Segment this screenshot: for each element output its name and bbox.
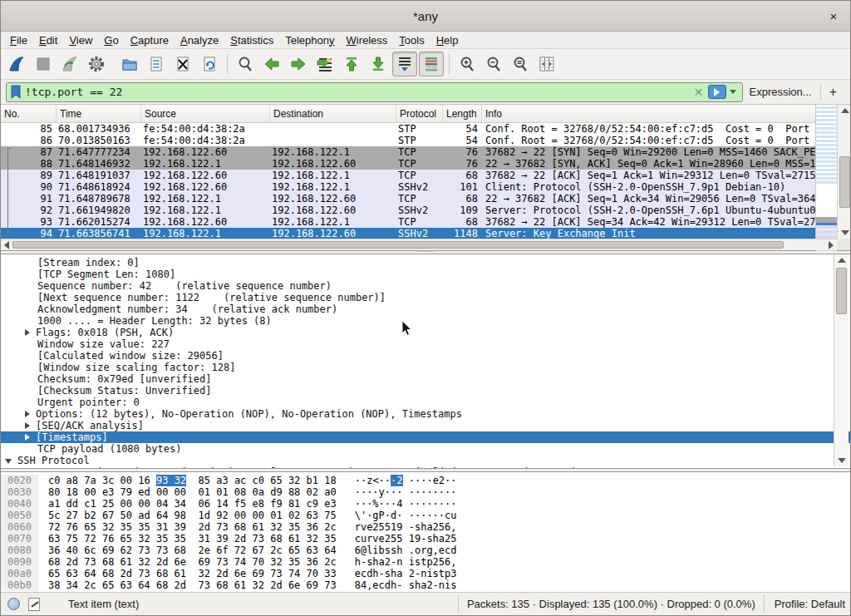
apply-filter-icon[interactable] [708, 85, 726, 99]
detail-stream-index[interactable]: [Stream index: 0] [1, 257, 851, 269]
col-destination[interactable]: Destination [269, 105, 396, 122]
display-filter-input[interactable]: !tcp.port == 22 ✕ [6, 82, 743, 102]
auto-scroll-toggle[interactable] [392, 52, 417, 76]
details-vscrollbar[interactable] [834, 254, 849, 466]
zoom-in-button[interactable] [455, 52, 480, 76]
menu-wireless[interactable]: Wireless [341, 33, 394, 47]
stop-capture-button[interactable] [31, 52, 56, 76]
add-filter-button[interactable]: + [821, 85, 845, 100]
detail-calc-window[interactable]: [Calculated window size: 29056] [1, 350, 851, 362]
expand-arrow-icon[interactable] [23, 433, 32, 441]
menu-file[interactable]: File [4, 33, 33, 47]
detail-checksum-status[interactable]: [Checksum Status: Unverified] [1, 385, 851, 397]
capture-options-button[interactable] [84, 52, 109, 76]
scroll-down-icon[interactable] [838, 227, 851, 239]
col-info[interactable]: Info [481, 105, 815, 122]
scroll-thumb[interactable] [836, 268, 847, 314]
filter-text[interactable]: !tcp.port == 22 [25, 86, 690, 98]
packet-row-91[interactable]: 9171.648789678192.168.122.1192.168.122.6… [1, 193, 815, 205]
detail-seq-number[interactable]: Sequence number: 42 (relative sequence n… [1, 280, 851, 292]
detail-tcp-payload[interactable]: TCP payload (1080 bytes) [1, 443, 851, 455]
hex-row[interactable]: 009068 2d 73 68 61 32 2d 6e 69 73 74 70 … [1, 556, 851, 568]
hscroll-thumb[interactable] [12, 241, 784, 249]
packet-row-86[interactable]: 8670.013850163fe:54:00:d4:38:2aSTP54Conf… [1, 135, 815, 146]
menu-analyze[interactable]: Analyze [175, 33, 224, 47]
detail-window-scaling[interactable]: [Window size scaling factor: 128] [1, 362, 851, 373]
packet-row-93[interactable]: 9371.662015274192.168.122.60192.168.122.… [1, 216, 815, 228]
zoom-normal-button[interactable] [508, 52, 533, 76]
go-forward-button[interactable] [286, 52, 311, 76]
start-capture-button[interactable] [4, 52, 29, 76]
packet-row-87[interactable]: 8771.647777234192.168.122.60192.168.122.… [1, 146, 815, 158]
detail-urgent-pointer[interactable]: Urgent pointer: 0 [1, 397, 851, 408]
scroll-right-icon[interactable] [825, 239, 837, 250]
scroll-up-icon[interactable] [834, 254, 849, 266]
hex-row[interactable]: 0020c0 a8 7a 3c 00 16 93 32 85 a3 ac c0 … [1, 475, 851, 486]
filter-history-caret-icon[interactable] [730, 90, 736, 94]
detail-segment-len[interactable]: [TCP Segment Len: 1080] [1, 269, 851, 280]
expand-arrow-icon[interactable] [23, 328, 32, 337]
open-file-button[interactable] [117, 52, 142, 76]
detail-next-seq[interactable]: [Next sequence number: 1122 (relative se… [1, 292, 851, 303]
close-file-button[interactable] [170, 52, 195, 76]
scroll-thumb[interactable] [839, 156, 850, 208]
detail-seq-ack-analysis[interactable]: [SEQ/ACK analysis] [1, 420, 851, 431]
packet-list-vscrollbar[interactable] [837, 105, 851, 239]
reload-file-button[interactable] [197, 52, 222, 76]
hex-row[interactable]: 003080 18 00 e3 79 ed 00 00 01 01 08 0a … [1, 486, 851, 498]
col-no[interactable]: No. [1, 105, 56, 122]
menu-edit[interactable]: Edit [33, 33, 63, 47]
hex-row[interactable]: 00b038 34 2c 65 63 64 68 2d 73 68 61 32 … [1, 579, 851, 591]
clear-filter-icon[interactable]: ✕ [690, 86, 708, 99]
profile-button[interactable]: Profile: Default [764, 595, 845, 613]
zoom-out-button[interactable] [481, 52, 506, 76]
packet-row-88[interactable]: 8871.648146932192.168.122.1192.168.122.6… [1, 158, 815, 170]
col-length[interactable]: Length [442, 105, 481, 122]
col-time[interactable]: Time [56, 105, 140, 122]
resize-columns-button[interactable] [534, 52, 559, 76]
capture-comment-icon[interactable] [28, 598, 40, 611]
menu-statistics[interactable]: Statistics [224, 33, 279, 47]
hex-row[interactable]: 0040a1 dd c1 25 00 00 04 34 06 14 f5 e8 … [1, 498, 851, 510]
detail-flags[interactable]: Flags: 0x018 (PSH, ACK) [1, 327, 851, 338]
collapse-arrow-icon[interactable] [5, 456, 13, 465]
packet-row-92[interactable]: 9271.661949820192.168.122.1192.168.122.6… [1, 205, 815, 216]
packet-row-90[interactable]: 9071.648618924192.168.122.60192.168.122.… [1, 181, 815, 193]
col-protocol[interactable]: Protocol [396, 105, 442, 122]
go-to-last-packet-button[interactable] [366, 52, 391, 76]
colorize-toggle[interactable] [419, 52, 444, 76]
packet-list-minimap[interactable] [815, 105, 837, 239]
detail-checksum[interactable]: Checksum: 0x79ed [unverified] [1, 373, 851, 385]
detail-window-size[interactable]: Window size value: 227 [1, 338, 851, 350]
col-source[interactable]: Source [140, 105, 269, 122]
bookmark-icon[interactable] [11, 85, 21, 99]
menu-telephony[interactable]: Telephony [279, 33, 340, 47]
menu-view[interactable]: View [63, 33, 98, 47]
save-file-button[interactable] [144, 52, 169, 76]
detail-options[interactable]: Options: (12 bytes), No-Operation (NOP),… [1, 408, 851, 420]
detail-timestamps-selected[interactable]: [Timestamps] [1, 431, 851, 443]
scroll-up-icon[interactable] [838, 105, 851, 116]
hex-row[interactable]: 00a065 63 64 68 2d 73 68 61 32 2d 6e 69 … [1, 568, 851, 579]
packet-row-89[interactable]: 8971.648191037192.168.122.60192.168.122.… [1, 170, 815, 181]
scroll-down-icon[interactable] [834, 455, 849, 466]
expand-arrow-icon[interactable] [23, 421, 32, 430]
expression-button[interactable]: Expression... [743, 86, 820, 98]
restart-capture-button[interactable] [57, 52, 82, 76]
go-to-first-packet-button[interactable] [339, 52, 364, 76]
packet-row-94-selected[interactable]: 9471.663856741192.168.122.1192.168.122.6… [1, 228, 815, 239]
find-packet-button[interactable] [233, 52, 258, 76]
go-back-button[interactable] [259, 52, 284, 76]
detail-ack-number[interactable]: Acknowledgment number: 34 (relative ack … [1, 303, 851, 315]
detail-header-length[interactable]: 1000 .... = Header Length: 32 bytes (8) [1, 315, 851, 327]
expand-arrow-icon[interactable] [23, 410, 32, 418]
packet-row-85[interactable]: 8568.001734936fe:54:00:d4:38:2aSTP54Conf… [1, 123, 815, 135]
menu-capture[interactable]: Capture [125, 33, 175, 47]
hex-row[interactable]: 008036 40 6c 69 62 73 73 68 2e 6f 72 67 … [1, 545, 851, 556]
hex-row[interactable]: 007063 75 72 76 65 32 35 35 31 39 2d 73 … [1, 533, 851, 545]
menu-go[interactable]: Go [98, 33, 124, 47]
expert-info-icon[interactable] [7, 598, 20, 610]
hex-row[interactable]: 00505c 27 b2 67 50 ad 64 98 1d 92 00 00 … [1, 510, 851, 521]
menu-help[interactable]: Help [430, 33, 465, 47]
go-to-packet-button[interactable] [312, 52, 337, 76]
